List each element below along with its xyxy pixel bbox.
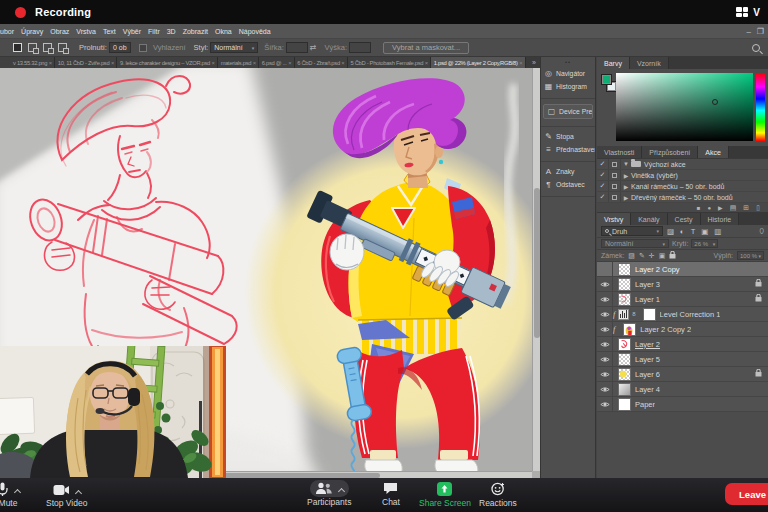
panel-tab-vrstvy[interactable]: Vrstvy [597,213,631,225]
view-options-button[interactable]: V [736,7,760,18]
participants-options-caret[interactable] [338,488,345,495]
action-dialog-icon[interactable] [609,181,621,191]
folder-icon[interactable]: ▤ [730,205,737,211]
visibility-toggle[interactable] [597,277,613,291]
eye-icon[interactable] [600,296,610,303]
swap-dimensions-icon[interactable]: ⇄ [310,43,317,52]
visibility-toggle[interactable] [597,352,613,366]
chat-button[interactable]: Chat [382,482,400,507]
canvas-vertical-scrollbar[interactable] [532,68,540,471]
layer-row[interactable]: Paper [597,397,768,412]
eye-icon[interactable] [600,371,610,378]
close-tab-icon[interactable]: × [425,60,428,66]
panel-tab-cesty[interactable]: Cesty [668,213,701,225]
action-dialog-icon[interactable] [609,159,621,169]
antialias-checkbox[interactable] [139,44,147,52]
close-tab-icon[interactable]: × [253,60,256,66]
panel-button-odstavec[interactable]: ¶Odstavec [541,178,595,191]
layer-row[interactable]: f Layer 2 Copy 2 [597,322,768,337]
share-screen-button[interactable]: Share Screen [419,482,471,508]
layer-name[interactable]: Layer 5 [635,355,660,364]
menu-výběr[interactable]: Výběr [119,28,144,35]
filter-image-icon[interactable]: ▨ [667,227,674,236]
layer-row[interactable]: Layer 6 [597,367,768,382]
close-tab-icon[interactable]: × [288,60,291,66]
action-row[interactable]: ✓ ▶ Dřevěný rámeček – 50 obr. bodů [597,192,768,203]
subtract-selection-icon[interactable] [43,43,52,52]
layer-name[interactable]: Layer 2 [635,340,660,349]
layer-row[interactable]: f8 Level Correction 1 [597,307,768,322]
layer-name[interactable]: Layer 2 Copy [635,265,680,274]
action-row[interactable]: ✓ ▼ Výchozí akce [597,159,768,170]
visibility-toggle[interactable] [597,382,613,396]
panel-tab-barvy[interactable]: Barvy [597,57,630,69]
color-gradient-field[interactable] [616,73,753,141]
style-dropdown[interactable]: Normální▾ [210,42,258,53]
document-tab[interactable]: v 13.55.32.png× [0,57,55,68]
panel-button-stopa[interactable]: ✎Stopa [541,130,595,143]
panel-tab-vzorník[interactable]: Vzorník [630,57,669,69]
delete-icon[interactable]: ▯ [756,205,760,211]
menu-filtr[interactable]: Filtr [145,28,164,35]
filter-pin-icon[interactable]: ⬯ [760,227,764,235]
participants-button[interactable]: Participants [307,482,351,507]
add-selection-icon[interactable] [28,43,37,52]
reactions-button[interactable]: Reactions [479,482,517,508]
lock-transparent-icon[interactable]: ▨ [628,252,635,260]
document-tab[interactable]: 9. lekce charakter designu – VZOR.psd× [117,57,218,68]
eye-icon[interactable] [600,401,610,408]
document-tab[interactable]: 10, 11 ČbD - Zvíře.psd× [55,57,117,68]
panel-tab-akce[interactable]: Akce [698,146,729,158]
eye-icon[interactable] [600,326,610,333]
layer-name[interactable]: Layer 2 Copy 2 [640,325,691,334]
action-check-icon[interactable]: ✓ [597,181,609,191]
menu-vrstva[interactable]: Vrstva [73,28,100,35]
layer-row[interactable]: Layer 2 [597,337,768,352]
webcam-selfview[interactable] [0,346,226,478]
close-tab-icon[interactable]: × [212,60,215,66]
panel-tab-historie[interactable]: Historie [701,213,740,225]
document-tab[interactable]: 5 ČbD - Photobash Female.psd× [348,57,431,68]
eye-icon[interactable] [600,356,610,363]
new-selection-icon[interactable] [13,43,22,52]
width-field[interactable] [286,42,308,53]
document-tab[interactable]: materials.psd× [218,57,259,68]
panel-button-p-ednastaven-[interactable]: ≡Přednastavení... [541,143,595,156]
eye-icon[interactable] [600,281,610,288]
menu-obraz[interactable]: Obraz [47,28,73,35]
action-dialog-icon[interactable] [609,170,621,180]
close-tab-icon[interactable]: × [341,60,344,66]
menu-nápověda[interactable]: Nápověda [235,28,274,35]
lock-paint-icon[interactable]: ✎ [639,252,645,260]
document-tab[interactable]: 6.psd @ ...× [259,57,294,68]
layer-row[interactable]: Layer 2 Copy [597,262,768,277]
close-tab-icon[interactable]: × [111,60,114,66]
menu-soubor[interactable]: Soubor [0,28,18,35]
panel-tab-přizpůsobení[interactable]: Přizpůsobení [642,146,698,158]
eye-icon[interactable] [600,341,610,348]
document-tab[interactable]: 1.psd @ 22% (Layer 2 Copy,RGB/8)× [431,57,525,68]
action-dialog-icon[interactable] [609,192,621,202]
eye-icon[interactable] [600,386,610,393]
layer-name[interactable]: Layer 3 [635,280,660,289]
visibility-toggle[interactable] [597,292,613,306]
record-icon[interactable]: ● [707,205,711,211]
filter-adjustment-icon[interactable]: ◐ [680,227,685,236]
layer-filter-dropdown[interactable]: Druh▾ [601,226,663,236]
visibility-toggle[interactable] [597,367,613,381]
tab-overflow-icon[interactable]: » [528,57,540,68]
lock-all-icon[interactable] [669,251,676,260]
visibility-toggle[interactable] [597,262,613,276]
hue-slider[interactable] [756,73,765,141]
document-tab[interactable]: 6 ČbD - Zbraň.psd× [295,57,348,68]
visibility-toggle[interactable] [597,397,613,411]
action-expand-icon[interactable]: ▶ [621,194,631,201]
layer-name[interactable]: Layer 4 [635,385,660,394]
layer-row[interactable]: Layer 3 [597,277,768,292]
visibility-toggle[interactable] [597,322,613,336]
new-action-icon[interactable]: ⊞ [743,205,749,211]
layer-name[interactable]: Layer 1 [635,295,660,304]
menu-okna[interactable]: Okna [211,28,235,35]
panel-button-device-preview[interactable]: ▢Device Preview [543,104,593,119]
action-expand-icon[interactable]: ▶ [621,183,631,190]
